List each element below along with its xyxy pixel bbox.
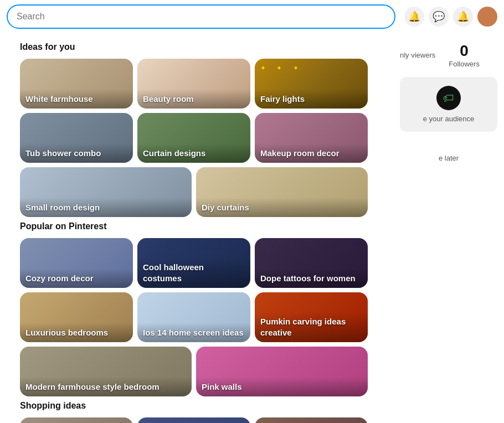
shopping-card-3[interactable] <box>255 417 368 423</box>
card-label: Fairy lights <box>255 89 368 109</box>
popular-row-1: Cozy room decor Cool halloween costumes … <box>20 238 368 288</box>
shopping-card-1[interactable] <box>20 417 133 423</box>
followers-label: Followers <box>449 60 480 68</box>
monthly-viewers-label: nly viewers <box>400 51 435 59</box>
tag-icon-circle: 🏷 <box>436 86 461 110</box>
card-cozy-room[interactable]: Cozy room decor <box>20 238 133 288</box>
chat-icon: 💬 <box>433 11 445 23</box>
save-later-section: e later <box>400 154 497 162</box>
right-panel: nly viewers 0 Followers 🏷 e your audienc… <box>393 33 504 171</box>
card-label: Dope tattoos for women <box>255 269 368 288</box>
save-later-text: e later <box>400 154 497 162</box>
chat-button[interactable]: 💬 <box>429 7 449 27</box>
popular-row-3: Modern farmhouse style bedroom Pink wall… <box>20 347 368 396</box>
card-bg <box>255 417 368 423</box>
card-bg <box>20 417 133 423</box>
card-pumpkin[interactable]: Pumkin carving ideas creative <box>255 292 368 342</box>
popular-section-title: Popular on Pinterest <box>20 221 368 231</box>
card-diy-curtains[interactable]: Diy curtains <box>196 167 368 217</box>
shopping-section-title: Shopping ideas <box>20 401 368 411</box>
ideas-row-2: Tub shower combo Curtain designs Makeup … <box>20 113 368 163</box>
card-halloween[interactable]: Cool halloween costumes <box>137 238 250 288</box>
search-bar <box>7 4 395 29</box>
alert-button[interactable]: 🔔 <box>453 7 473 27</box>
card-label: Ios 14 home screen ideas <box>137 323 250 343</box>
audience-card: 🏷 e your audience <box>400 77 497 132</box>
card-ios14[interactable]: Ios 14 home screen ideas <box>137 292 250 342</box>
card-label: Curtain designs <box>137 143 250 163</box>
card-white-farmhouse[interactable]: White farmhouse <box>20 59 133 109</box>
card-bg <box>137 417 250 423</box>
ideas-row-3: Small room design Diy curtains <box>20 167 368 217</box>
tag-icon: 🏷 <box>443 92 454 105</box>
header-icons: 🔔 💬 🔔 <box>404 7 497 27</box>
header: 🔔 💬 🔔 <box>0 0 504 33</box>
card-dope-tattoo[interactable]: Dope tattoos for women <box>255 238 368 288</box>
card-pink-walls[interactable]: Pink walls <box>196 347 368 396</box>
card-label: Makeup room decor <box>255 143 368 163</box>
card-tub-shower[interactable]: Tub shower combo <box>20 113 133 163</box>
card-label: Luxurious bedrooms <box>20 323 133 343</box>
avatar[interactable] <box>477 7 497 27</box>
ideas-section-title: Ideas for you <box>20 42 368 52</box>
shopping-card-2[interactable] <box>137 417 250 423</box>
card-beauty-room[interactable]: Beauty room <box>137 59 250 109</box>
card-label: Beauty room <box>137 89 250 109</box>
notification-bell-button[interactable]: 🔔 <box>404 7 424 27</box>
card-label: Cozy room decor <box>20 269 133 288</box>
search-input[interactable] <box>7 4 395 29</box>
shopping-grid <box>20 417 368 423</box>
card-small-room[interactable]: Small room design <box>20 167 192 217</box>
card-curtain-designs[interactable]: Curtain designs <box>137 113 250 163</box>
card-label: Small room design <box>20 198 192 218</box>
popular-row-2: Luxurious bedrooms Ios 14 home screen id… <box>20 292 368 342</box>
card-label: Pink walls <box>196 377 368 397</box>
card-modern-farmhouse[interactable]: Modern farmhouse style bedroom <box>20 347 192 396</box>
bell-icon: 🔔 <box>408 11 420 23</box>
card-luxurious[interactable]: Luxurious bedrooms <box>20 292 133 342</box>
main-content: Ideas for you White farmhouse Beauty roo… <box>0 33 377 423</box>
alert-icon: 🔔 <box>457 11 469 23</box>
card-label: Cool halloween costumes <box>137 257 250 288</box>
audience-text: e your audience <box>409 115 488 123</box>
card-label: White farmhouse <box>20 89 133 109</box>
card-label: Tub shower combo <box>20 143 133 163</box>
card-makeup-room[interactable]: Makeup room decor <box>255 113 368 163</box>
ideas-row-1: White farmhouse Beauty room Fairy lights <box>20 59 368 109</box>
card-label: Diy curtains <box>196 198 368 218</box>
card-label: Pumkin carving ideas creative <box>255 312 368 342</box>
followers-count: 0 <box>449 42 480 60</box>
card-fairy-lights[interactable]: Fairy lights <box>255 59 368 109</box>
card-label: Modern farmhouse style bedroom <box>20 377 192 397</box>
